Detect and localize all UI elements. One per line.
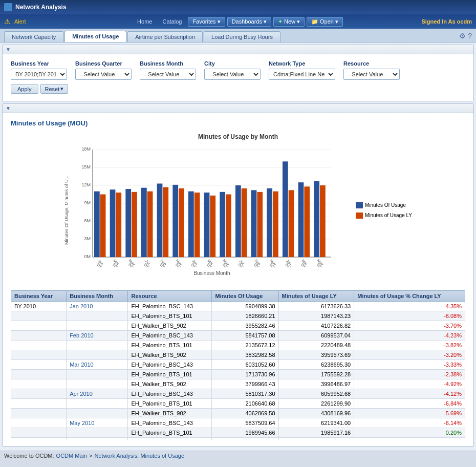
cell-pct: -3.20% xyxy=(354,350,465,360)
y-axis-label: Minutes Of Usage, Minutes of U... xyxy=(64,144,72,276)
table-row: EH_Palomino_BTS_101 2106640.68 2261299.9… xyxy=(11,399,465,409)
filter-select-city[interactable]: --Select Value-- xyxy=(204,69,261,80)
cell-pct: -4.23% xyxy=(354,331,465,341)
filter-collapse-btn[interactable]: ▼ xyxy=(6,47,11,52)
cell-resource: EH_Walker_BTS_902 xyxy=(128,438,212,440)
legend-color-0 xyxy=(356,202,363,208)
nav-open[interactable]: 📁 Open ▾ xyxy=(307,17,343,27)
tab-load-during-busy-hours[interactable]: Load During Busy Hours xyxy=(204,31,280,42)
bar-mou-ly xyxy=(304,186,310,257)
cell-resource: EH_Walker_BTS_902 xyxy=(128,409,212,418)
filter-select-quarter[interactable]: --Select Value-- xyxy=(75,69,132,80)
status-home-link[interactable]: OCDM Main xyxy=(56,453,88,459)
top-nav: ⚠ Alert Home Catalog Favorites ▾ Dashboa… xyxy=(0,14,476,29)
cell-mou: 6031052.60 xyxy=(212,360,278,370)
app-title: Network Analysis xyxy=(15,4,67,11)
cell-mou: 5904899.38 xyxy=(212,302,278,311)
svg-text:18M: 18M xyxy=(81,146,91,152)
content-collapse-btn[interactable]: ▼ xyxy=(6,105,11,111)
filter-select-network-type[interactable]: Cdma;Fixed Line Netw... xyxy=(269,69,335,80)
filter-select-month[interactable]: --Select Value-- xyxy=(140,69,196,80)
cell-pct: -4.12% xyxy=(354,389,465,399)
cell-mou-ly: 6059952.68 xyxy=(278,389,354,399)
cell-year xyxy=(11,418,67,428)
tab-bar: Network Capacity Minutes of Usage Airtim… xyxy=(0,29,476,43)
cell-mou-ly: 6238695.30 xyxy=(278,360,354,370)
bar-mou-ly xyxy=(320,185,326,257)
bar-mou xyxy=(188,192,194,257)
th-month: Business Month xyxy=(67,291,128,302)
bar-mou-ly xyxy=(132,192,137,257)
cell-mou: 2106640.68 xyxy=(212,399,278,409)
tab-minutes-of-usage[interactable]: Minutes of Usage xyxy=(64,31,126,42)
bar-mou-ly xyxy=(242,188,247,257)
filter-label-resource: Resource xyxy=(343,60,400,67)
section-title: Minutes of Usage (MOU) xyxy=(11,119,465,127)
cell-month: Mar 2010 xyxy=(67,360,128,370)
cell-mou: 1989945.66 xyxy=(212,428,278,438)
nav-favorites[interactable]: Favorites ▾ xyxy=(188,17,225,27)
svg-text:6M: 6M xyxy=(84,218,91,223)
cell-month xyxy=(67,350,128,360)
content-body: Minutes of Usage (MOU) Minutes of Usage … xyxy=(3,113,473,446)
settings-icon[interactable]: ⚙ xyxy=(459,32,466,40)
cell-resource: EH_Palomino_BTS_101 xyxy=(128,311,212,321)
svg-text:3M: 3M xyxy=(84,236,91,241)
cell-year xyxy=(11,379,67,389)
bar-mou xyxy=(220,192,225,257)
app-icon xyxy=(4,3,12,11)
cell-year: BY 2010 xyxy=(11,302,67,311)
table-row: EH_Palomino_BTS_101 1826660.21 1987143.2… xyxy=(11,311,465,321)
nav-home[interactable]: Home xyxy=(133,17,156,26)
cell-resource: EH_Palomino_BSC_143 xyxy=(128,331,212,341)
main-area: ▼ Business Year BY 2010;BY 2011; Busines… xyxy=(0,43,476,451)
filter-label-month: Business Month xyxy=(140,60,196,67)
cell-pct: -4.35% xyxy=(354,302,465,311)
table-wrapper: Business Year Business Month Resource Mi… xyxy=(11,286,465,440)
table-row: EH_Walker_BTS_902 3955282.46 4107226.82 … xyxy=(11,321,465,331)
legend-label-1: Minutes of Usage LY xyxy=(365,213,412,218)
legend-label-0: Minutes Of Usage xyxy=(365,202,406,208)
bar-mou xyxy=(94,192,100,257)
nav-catalog[interactable]: Catalog xyxy=(158,17,186,26)
cell-year xyxy=(11,438,67,440)
status-bar: Welcome to OCDM: OCDM Main > Network Ana… xyxy=(0,451,476,460)
svg-text:0M: 0M xyxy=(84,254,91,259)
apply-button[interactable]: Apply xyxy=(11,84,38,94)
tab-airtime-per-subscription[interactable]: Airtime per Subscription xyxy=(127,31,203,42)
bar-mou xyxy=(298,182,304,257)
cell-mou-ly: 2220489.48 xyxy=(278,341,354,350)
table-row: EH_Walker_BTS_902 3832982.58 3959573.69 … xyxy=(11,350,465,360)
filter-group-resource: Resource --Select Value-- xyxy=(343,60,400,80)
cell-month xyxy=(67,399,128,409)
bar-mou xyxy=(110,189,116,257)
bar-mou-ly xyxy=(210,196,215,257)
cell-mou-ly: 1755592.28 xyxy=(278,370,354,379)
cell-month xyxy=(67,370,128,379)
bar-mou xyxy=(283,161,288,257)
cell-mou: 3799966.43 xyxy=(212,379,278,389)
status-page-link[interactable]: Network Analysis: Minutes of Usage xyxy=(95,453,184,459)
th-mou-ly: Minutes of Usage LY xyxy=(278,291,354,302)
nav-dashboards[interactable]: Dashboards ▾ xyxy=(227,17,271,27)
help-icon[interactable]: ? xyxy=(468,32,472,40)
reset-button[interactable]: Reset ▾ xyxy=(40,84,69,94)
cell-year xyxy=(11,321,67,331)
legend-color-1 xyxy=(356,213,363,219)
cell-pct: 0.20% xyxy=(354,428,465,438)
bar-mou-ly xyxy=(147,192,153,257)
filter-select-year[interactable]: BY 2010;BY 2011; xyxy=(11,69,67,80)
legend-item-0: Minutes Of Usage xyxy=(356,202,412,208)
filter-section-header: ▼ xyxy=(3,45,473,54)
cell-month xyxy=(67,409,128,418)
cell-mou-ly: 2261299.90 xyxy=(278,399,354,409)
th-year: Business Year xyxy=(11,291,67,302)
nav-new[interactable]: ✦ New ▾ xyxy=(273,17,305,27)
cell-mou: 5837509.64 xyxy=(212,418,278,428)
tab-network-capacity[interactable]: Network Capacity xyxy=(4,31,63,42)
bar-mou-ly xyxy=(163,187,168,258)
cell-year xyxy=(11,350,67,360)
filter-select-resource[interactable]: --Select Value-- xyxy=(343,69,400,80)
cell-year xyxy=(11,409,67,418)
cell-year xyxy=(11,360,67,370)
